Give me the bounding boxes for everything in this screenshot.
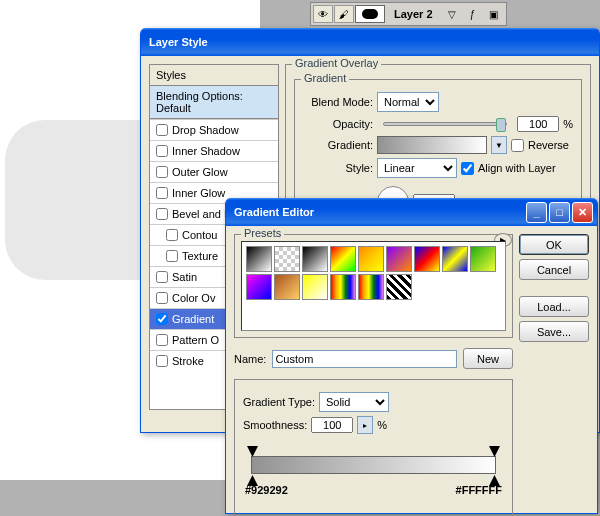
blend-mode-select[interactable]: Normal <box>377 92 439 112</box>
style-item-label: Pattern O <box>172 334 219 346</box>
presets-label: Presets <box>241 227 284 239</box>
chevron-down-icon[interactable]: ▽ <box>442 5 462 23</box>
minimize-button[interactable]: _ <box>526 202 547 223</box>
gradient-style-select[interactable]: Linear <box>377 158 457 178</box>
style-checkbox[interactable] <box>156 313 168 325</box>
preset-swatch[interactable] <box>442 246 468 272</box>
smoothness-input[interactable] <box>311 417 353 433</box>
preset-swatch[interactable] <box>246 274 272 300</box>
brush-icon[interactable]: 🖌 <box>334 5 354 23</box>
style-checkbox[interactable] <box>156 187 168 199</box>
preset-swatch[interactable] <box>386 246 412 272</box>
gradient-editor-title: Gradient Editor <box>234 206 314 218</box>
preset-swatch[interactable] <box>330 274 356 300</box>
styles-header[interactable]: Styles <box>150 65 278 86</box>
style-checkbox[interactable] <box>156 355 168 367</box>
reverse-checkbox[interactable] <box>511 139 524 152</box>
opacity-input[interactable] <box>517 116 559 132</box>
preset-swatch[interactable] <box>302 274 328 300</box>
gradient-dropdown-icon[interactable]: ▼ <box>491 136 507 154</box>
save-button[interactable]: Save... <box>519 321 589 342</box>
opacity-slider[interactable] <box>383 122 507 126</box>
smoothness-label: Smoothness: <box>243 419 307 431</box>
style-checkbox[interactable] <box>166 229 178 241</box>
style-checkbox[interactable] <box>156 145 168 157</box>
style-item-label: Inner Shadow <box>172 145 240 157</box>
gradient-overlay-label: Gradient Overlay <box>292 57 381 69</box>
layer-style-titlebar[interactable]: Layer Style <box>141 28 599 56</box>
gradient-field-label: Gradient: <box>303 139 373 151</box>
new-gradient-button[interactable]: New <box>463 348 513 369</box>
gradient-type-label: Gradient Type: <box>243 396 315 408</box>
layer-name-label[interactable]: Layer 2 <box>386 8 441 20</box>
presets-grid[interactable] <box>241 241 506 331</box>
preset-swatch[interactable] <box>246 246 272 272</box>
preset-swatch[interactable] <box>274 246 300 272</box>
style-item-label: Contou <box>182 229 217 241</box>
style-item-label: Color Ov <box>172 292 215 304</box>
preset-swatch[interactable] <box>274 274 300 300</box>
smoothness-stepper-icon[interactable]: ▸ <box>357 416 373 434</box>
style-item-label: Stroke <box>172 355 204 367</box>
close-button[interactable]: ✕ <box>572 202 593 223</box>
preset-swatch[interactable] <box>414 246 440 272</box>
gradient-editor-titlebar[interactable]: Gradient Editor _ □ ✕ <box>226 198 597 226</box>
percent-label: % <box>563 118 573 130</box>
blending-options-header[interactable]: Blending Options: Default <box>150 86 278 119</box>
load-button[interactable]: Load... <box>519 296 589 317</box>
preset-swatch[interactable] <box>358 274 384 300</box>
maximize-button[interactable]: □ <box>549 202 570 223</box>
style-checkbox[interactable] <box>156 124 168 136</box>
style-checkbox[interactable] <box>156 166 168 178</box>
style-item-label: Gradient <box>172 313 214 325</box>
lock-icon[interactable]: ▣ <box>484 5 504 23</box>
style-list-item[interactable]: Inner Shadow <box>150 140 278 161</box>
layers-palette-row: 👁 🖌 Layer 2 ▽ ƒ ▣ <box>310 2 507 26</box>
blend-mode-label: Blend Mode: <box>303 96 373 108</box>
fx-icon[interactable]: ƒ <box>463 5 483 23</box>
color-stop-left[interactable] <box>247 475 258 486</box>
style-field-label: Style: <box>303 162 373 174</box>
style-checkbox[interactable] <box>156 334 168 346</box>
gradient-bar[interactable] <box>243 446 504 484</box>
style-item-label: Outer Glow <box>172 166 228 178</box>
style-item-label: Texture <box>182 250 218 262</box>
gradient-preview[interactable] <box>377 136 487 154</box>
opacity-label: Opacity: <box>303 118 373 130</box>
style-list-item[interactable]: Outer Glow <box>150 161 278 182</box>
style-list-item[interactable]: Drop Shadow <box>150 119 278 140</box>
gradient-group-label: Gradient <box>301 72 349 84</box>
visibility-eye-icon[interactable]: 👁 <box>313 5 333 23</box>
gradient-name-input[interactable] <box>272 350 457 368</box>
name-label: Name: <box>234 353 266 365</box>
style-item-label: Inner Glow <box>172 187 225 199</box>
preset-swatch[interactable] <box>358 246 384 272</box>
style-item-label: Drop Shadow <box>172 124 239 136</box>
align-with-layer-label: Align with Layer <box>478 162 556 174</box>
preset-swatch[interactable] <box>470 246 496 272</box>
preset-swatch[interactable] <box>302 246 328 272</box>
style-checkbox[interactable] <box>156 271 168 283</box>
ok-button[interactable]: OK <box>519 234 589 255</box>
preset-swatch[interactable] <box>330 246 356 272</box>
gradient-type-select[interactable]: Solid <box>319 392 389 412</box>
gradient-editor-window: Gradient Editor _ □ ✕ Presets ▶ <box>225 198 598 514</box>
layer-style-title: Layer Style <box>149 36 208 48</box>
cancel-button[interactable]: Cancel <box>519 259 589 280</box>
style-checkbox[interactable] <box>156 292 168 304</box>
preset-swatch[interactable] <box>386 274 412 300</box>
style-item-label: Satin <box>172 271 197 283</box>
style-checkbox[interactable] <box>166 250 178 262</box>
percent-label: % <box>377 419 387 431</box>
reverse-label: Reverse <box>528 139 569 151</box>
color-stop-right[interactable] <box>489 475 500 486</box>
layer-thumbnail[interactable] <box>355 5 385 23</box>
align-with-layer-checkbox[interactable] <box>461 162 474 175</box>
style-checkbox[interactable] <box>156 208 168 220</box>
